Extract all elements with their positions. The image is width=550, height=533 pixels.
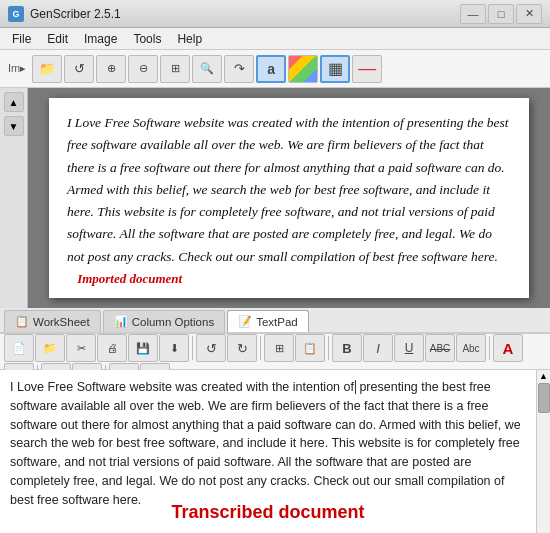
image-tool-button[interactable]: ▦: [320, 55, 350, 83]
text-area-wrapper: I Love Free Software website was created…: [0, 370, 536, 533]
scroll-down-button[interactable]: ▼: [4, 116, 24, 136]
tab-bar: 📋 WorkSheet 📊 Column Options 📝 TextPad: [0, 308, 550, 334]
worksheet-tab-icon: 📋: [15, 315, 29, 328]
menu-tools[interactable]: Tools: [125, 30, 169, 48]
document-view: I Love Free Software website was created…: [28, 88, 550, 308]
separator-1: [192, 336, 193, 360]
tab-column-options[interactable]: 📊 Column Options: [103, 310, 225, 332]
image-scroll-panel: ▲ ▼: [0, 88, 28, 308]
menu-bar: File Edit Image Tools Help: [0, 28, 550, 50]
toolbar-label: Im▸: [4, 62, 30, 75]
open-doc-button[interactable]: 📁: [35, 334, 65, 362]
menu-help[interactable]: Help: [169, 30, 210, 48]
column-options-tab-icon: 📊: [114, 315, 128, 328]
menu-edit[interactable]: Edit: [39, 30, 76, 48]
strikethrough-button[interactable]: ABC: [425, 334, 455, 362]
separator-3: [328, 336, 329, 360]
bold-button[interactable]: B: [332, 334, 362, 362]
print-button[interactable]: 🖨: [97, 334, 127, 362]
transcribed-label: Transcribed document: [171, 499, 364, 526]
imported-label: Imported document: [77, 271, 182, 286]
font-color-button[interactable]: A: [493, 334, 523, 362]
new-doc-button[interactable]: 📄: [4, 334, 34, 362]
separator-2: [260, 336, 261, 360]
zoom-actual-button[interactable]: 🔍: [192, 55, 222, 83]
special-paste-button[interactable]: 📋: [295, 334, 325, 362]
scroll-thumb[interactable]: [538, 383, 550, 413]
document-handwriting: I Love Free Software website was created…: [67, 112, 511, 290]
tab-textpad-label: TextPad: [256, 316, 298, 328]
italic-button[interactable]: I: [363, 334, 393, 362]
close-button[interactable]: ✕: [516, 4, 542, 24]
menu-file[interactable]: File: [4, 30, 39, 48]
underline-button[interactable]: U: [394, 334, 424, 362]
open-folder-button[interactable]: 📁: [32, 55, 62, 83]
zoom-out-button[interactable]: ⊖: [128, 55, 158, 83]
scroll-up-arrow[interactable]: ▲: [537, 370, 550, 382]
rotate-button[interactable]: ↷: [224, 55, 254, 83]
scrollbar-right[interactable]: ▲: [536, 370, 550, 533]
undo-button[interactable]: ↺: [196, 334, 226, 362]
tab-worksheet-label: WorkSheet: [33, 316, 90, 328]
minimize-button[interactable]: —: [460, 4, 486, 24]
save-doc-button[interactable]: 💾: [128, 334, 158, 362]
textpad-tab-icon: 📝: [238, 315, 252, 328]
copy-format-button[interactable]: ⊞: [264, 334, 294, 362]
app-title: GenScriber 2.5.1: [30, 7, 460, 21]
maximize-button[interactable]: □: [488, 4, 514, 24]
app-icon: G: [8, 6, 24, 22]
tab-textpad[interactable]: 📝 TextPad: [227, 310, 309, 332]
bottom-toolbar: 📄 📁 ✂ 🖨 💾 ⬇ ↺ ↻ ⊞ 📋 B I U ABC Abc A A ≡ …: [0, 334, 550, 370]
bottom-section: 📋 WorkSheet 📊 Column Options 📝 TextPad 📄…: [0, 308, 550, 533]
title-bar: G GenScriber 2.5.1 — □ ✕: [0, 0, 550, 28]
zoom-fit-button[interactable]: ⊞: [160, 55, 190, 83]
text-cursor: [355, 380, 356, 394]
image-area: ▲ ▼ I Love Free Software website was cre…: [0, 88, 550, 308]
scissors-button[interactable]: ✂: [66, 334, 96, 362]
line-button[interactable]: —: [352, 55, 382, 83]
window-controls: — □ ✕: [460, 4, 542, 24]
transcribed-text[interactable]: I Love Free Software website was created…: [4, 374, 532, 533]
zoom-in-button[interactable]: ⊕: [96, 55, 126, 83]
tab-column-options-label: Column Options: [132, 316, 214, 328]
menu-image[interactable]: Image: [76, 30, 125, 48]
document-page: I Love Free Software website was created…: [49, 98, 529, 298]
separator-4: [489, 336, 490, 360]
tab-worksheet[interactable]: 📋 WorkSheet: [4, 310, 101, 332]
text-tool-button[interactable]: a: [256, 55, 286, 83]
text-row: I Love Free Software website was created…: [0, 370, 550, 533]
font-small-button[interactable]: Abc: [456, 334, 486, 362]
palette-button[interactable]: [288, 55, 318, 83]
refresh-button[interactable]: ↺: [64, 55, 94, 83]
scroll-up-button[interactable]: ▲: [4, 92, 24, 112]
insert-button[interactable]: ⬇: [159, 334, 189, 362]
redo-button[interactable]: ↻: [227, 334, 257, 362]
top-toolbar: Im▸ 📁 ↺ ⊕ ⊖ ⊞ 🔍 ↷ a ▦ —: [0, 50, 550, 88]
text-body: I Love Free Software website was created…: [10, 380, 521, 507]
